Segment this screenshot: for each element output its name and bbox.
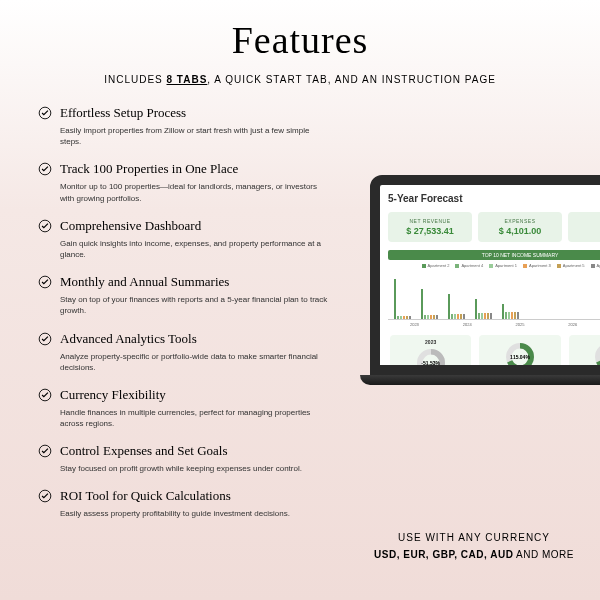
features-list: Effortless Setup ProcessEasily import pr… [38, 105, 328, 534]
bar [421, 289, 423, 319]
stat-card: NET REVENUE$ 27,533.41 [388, 212, 472, 242]
feature-desc: Monitor up to 100 properties—ideal for l… [60, 181, 328, 203]
feature-title: Control Expenses and Set Goals [60, 443, 228, 459]
year-label: 2023 [410, 322, 419, 327]
chart-header: TOP 10 NET INCOME SUMMARY [388, 250, 600, 260]
feature-item: Effortless Setup ProcessEasily import pr… [38, 105, 328, 147]
check-icon [38, 444, 52, 458]
bar [478, 313, 480, 319]
feature-desc: Easily import properties from Zillow or … [60, 125, 328, 147]
bar [490, 313, 492, 319]
feature-item: Track 100 Properties in One PlaceMonitor… [38, 161, 328, 203]
stat-label: NET REVENUE [392, 218, 468, 224]
stat-value: $ 23, [572, 226, 600, 236]
footer-suffix: AND MORE [513, 549, 574, 560]
legend-item: Apartment 2 [422, 263, 450, 268]
donut-value: -51.53% [421, 360, 440, 366]
bar [436, 315, 438, 319]
bar [487, 313, 489, 319]
feature-desc: Gain quick insights into income, expense… [60, 238, 328, 260]
bar [475, 299, 477, 319]
bar [460, 314, 462, 319]
feature-title: Track 100 Properties in One Place [60, 161, 238, 177]
bar-group [394, 279, 411, 319]
donut-chart [593, 341, 600, 373]
subtitle-tabs: 8 TABS [167, 74, 208, 85]
legend-item: Apartment 5 [557, 263, 585, 268]
bar [400, 316, 402, 319]
feature-title: Comprehensive Dashboard [60, 218, 201, 234]
bar [481, 313, 483, 319]
bar [448, 294, 450, 319]
check-icon [38, 388, 52, 402]
feature-title: Currency Flexibility [60, 387, 166, 403]
feature-title: Monthly and Annual Summaries [60, 274, 229, 290]
bar [463, 314, 465, 319]
feature-desc: Stay on top of your finances with report… [60, 294, 328, 316]
stat-value: $ 27,533.41 [392, 226, 468, 236]
bar [397, 316, 399, 319]
bar [511, 312, 513, 319]
footer: USE WITH ANY CURRENCY USD, EUR, GBP, CAD… [374, 532, 574, 560]
bar [424, 315, 426, 319]
check-icon [38, 332, 52, 346]
bar [508, 312, 510, 319]
feature-desc: Stay focused on profit growth while keep… [60, 463, 328, 474]
feature-desc: Handle finances in multiple currencies, … [60, 407, 328, 429]
bar [451, 314, 453, 319]
bar-chart [388, 272, 600, 320]
feature-title: ROI Tool for Quick Calculations [60, 488, 231, 504]
bar [457, 314, 459, 319]
bar [427, 315, 429, 319]
feature-desc: Easily assess property profitability to … [60, 508, 328, 519]
bar [505, 312, 507, 319]
chart-legend: Apartment 2Apartment 4Apartment 1Apartme… [388, 263, 600, 268]
bar-group [502, 304, 519, 319]
laptop-base [360, 375, 600, 385]
donut-card: 115.04% [479, 335, 560, 375]
donut-row: 2023-51.53%115.04% [388, 335, 600, 375]
bar [430, 315, 432, 319]
chart-years: 20232024202520262027 [388, 322, 600, 327]
legend-item: Apartment 3 [523, 263, 551, 268]
footer-line1: USE WITH ANY CURRENCY [374, 532, 574, 543]
forecast-title: 5-Year Forecast [388, 193, 600, 204]
bar-group [475, 299, 492, 319]
laptop-mockup: 5-Year Forecast NET REVENUE$ 27,533.41EX… [370, 175, 600, 405]
stat-card: EXPENSES$ 4,101.00 [478, 212, 562, 242]
legend-item: Apartment 1 [489, 263, 517, 268]
bar [484, 313, 486, 319]
check-icon [38, 162, 52, 176]
feature-desc: Analyze property-specific or portfolio-w… [60, 351, 328, 373]
legend-item: Apartment 6 [591, 263, 600, 268]
feature-title: Advanced Analytics Tools [60, 331, 197, 347]
stat-label: EXPENSES [482, 218, 558, 224]
subtitle: INCLUDES 8 TABS, A QUICK START TAB, AND … [0, 74, 600, 85]
subtitle-prefix: INCLUDES [104, 74, 166, 85]
donut-card [569, 335, 600, 375]
donut-chart: 115.04% [504, 341, 536, 373]
bar [514, 312, 516, 319]
feature-item: Control Expenses and Set GoalsStay focus… [38, 443, 328, 474]
donut-card: 2023-51.53% [390, 335, 471, 375]
footer-currencies: USD, EUR, GBP, CAD, AUD [374, 549, 513, 560]
bar [454, 314, 456, 319]
bar [502, 304, 504, 319]
donut-year: 2023 [425, 339, 436, 345]
bar-group [421, 289, 438, 319]
year-label: 2026 [568, 322, 577, 327]
bar [433, 315, 435, 319]
feature-title: Effortless Setup Process [60, 105, 186, 121]
bar [394, 279, 396, 319]
feature-item: Currency FlexibilityHandle finances in m… [38, 387, 328, 429]
year-label: 2024 [463, 322, 472, 327]
bar [409, 316, 411, 319]
feature-item: Comprehensive DashboardGain quick insigh… [38, 218, 328, 260]
legend-item: Apartment 4 [455, 263, 483, 268]
bar [517, 312, 519, 319]
footer-line2: USD, EUR, GBP, CAD, AUD AND MORE [374, 549, 574, 560]
feature-item: ROI Tool for Quick CalculationsEasily as… [38, 488, 328, 519]
check-icon [38, 275, 52, 289]
bar-group [448, 294, 465, 319]
page-title: Features [0, 0, 600, 62]
